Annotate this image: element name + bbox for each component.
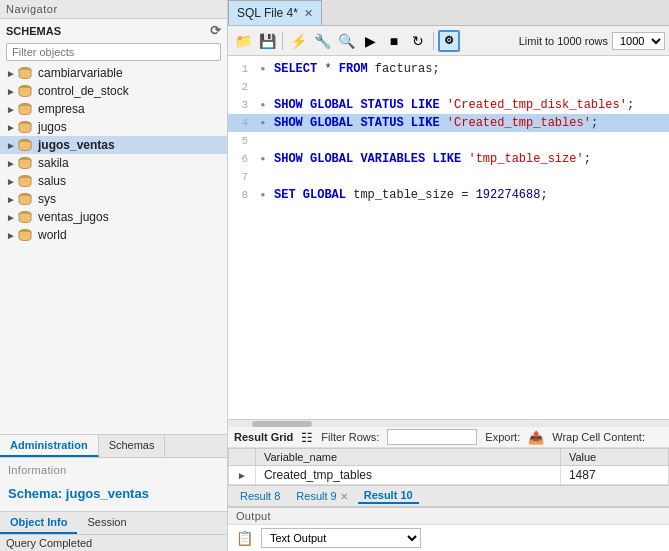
db-icon [18, 157, 34, 169]
save-button[interactable]: 💾 [256, 30, 278, 52]
schema-item-jugos_ventas[interactable]: ► jugos_ventas [0, 136, 227, 154]
editor-line-5[interactable]: 5 [228, 132, 669, 150]
line-number: 1 [228, 60, 256, 78]
line-number: 7 [228, 168, 256, 186]
schema-button[interactable]: ⚙ [438, 30, 460, 52]
schema-item-sys[interactable]: ► sys [0, 190, 227, 208]
tab-session[interactable]: Session [77, 512, 136, 534]
line-dot: ● [256, 60, 270, 78]
schema-item-sakila[interactable]: ► sakila [0, 154, 227, 172]
grid-icon: ☷ [301, 430, 313, 445]
toolbar: 📁 💾 ⚡ 🔧 🔍 ▶ ■ ↻ ⚙ Limit to 1000 rows 100… [228, 26, 669, 56]
cell-variable-name: Created_tmp_tables [255, 466, 560, 485]
output-select[interactable]: Text Output [261, 528, 421, 548]
filter-rows-input[interactable] [387, 429, 477, 445]
sidebar-info: Information Schema: jugos_ventas [0, 458, 227, 511]
schema-name: sakila [38, 156, 69, 170]
table-row[interactable]: ► Created_tmp_tables 1487 [229, 466, 669, 485]
limit-select[interactable]: 1000 500 200 100 [612, 32, 665, 50]
refresh-button[interactable]: ↻ [407, 30, 429, 52]
line-number: 4 [228, 114, 256, 132]
filter-objects-input[interactable] [6, 43, 221, 61]
editor-line-7[interactable]: 7 [228, 168, 669, 186]
result-tab-result-9[interactable]: Result 9✕ [290, 489, 353, 503]
tab-bar: SQL File 4* ✕ [228, 0, 669, 26]
db-icon [18, 139, 34, 151]
editor-line-3[interactable]: 3 ● SHOW GLOBAL STATUS LIKE 'Created_tmp… [228, 96, 669, 114]
search-button[interactable]: 🔍 [335, 30, 357, 52]
sidebar-bottom: Administration Schemas Information Schem… [0, 434, 227, 511]
sidebar-tabs: Administration Schemas [0, 435, 227, 458]
db-icon [18, 85, 34, 97]
output-area: Output 📋 Text Output [228, 507, 669, 551]
editor-line-4[interactable]: 4 ● SHOW GLOBAL STATUS LIKE 'Created_tmp… [228, 114, 669, 132]
sql-editor[interactable]: 1 ● SELECT * FROM facturas; 2 3 ● SHOW G… [228, 56, 669, 419]
tab-schemas[interactable]: Schemas [99, 435, 166, 457]
schema-item-ventas_jugos[interactable]: ► ventas_jugos [0, 208, 227, 226]
sidebar-object-tabs: Object Info Session [0, 511, 227, 534]
editor-line-1[interactable]: 1 ● SELECT * FROM facturas; [228, 60, 669, 78]
line-number: 3 [228, 96, 256, 114]
tab-close[interactable]: ✕ [340, 491, 348, 502]
schema-item-empresa[interactable]: ► empresa [0, 100, 227, 118]
result-tab-result-8[interactable]: Result 8 [234, 489, 286, 503]
wrap-label: Wrap Cell Content: [552, 431, 645, 443]
sql-file-tab[interactable]: SQL File 4* ✕ [228, 0, 322, 25]
lightning-button[interactable]: ⚡ [287, 30, 309, 52]
tab-object-info[interactable]: Object Info [0, 512, 77, 534]
schemas-label: SCHEMAS ⟳ [0, 19, 227, 40]
result-table: Variable_name Value ► Created_tmp_tables… [228, 448, 669, 485]
schema-name: jugos_ventas [38, 138, 115, 152]
col-select [229, 449, 256, 466]
tab-administration[interactable]: Administration [0, 435, 99, 457]
schema-arrow: ► [6, 158, 18, 169]
cell-value: 1487 [560, 466, 668, 485]
db-icon [18, 121, 34, 133]
main-content: SQL File 4* ✕ 📁 💾 ⚡ 🔧 🔍 ▶ ■ ↻ ⚙ Limit to… [228, 0, 669, 551]
line-content: SHOW GLOBAL VARIABLES LIKE 'tmp_table_si… [270, 150, 669, 168]
line-content: SET GLOBAL tmp_table_size = 192274688; [270, 186, 669, 204]
query-status: Query Completed [0, 534, 227, 551]
schema-arrow: ► [6, 194, 18, 205]
line-number: 5 [228, 132, 256, 150]
col-variable-name: Variable_name [255, 449, 560, 466]
result-grid: Variable_name Value ► Created_tmp_tables… [228, 448, 669, 485]
result-tab-result-10[interactable]: Result 10 [358, 488, 419, 504]
h-scrollbar[interactable] [228, 419, 669, 427]
line-dot: ● [256, 96, 270, 114]
info-label: Information [8, 464, 219, 476]
schema-item-world[interactable]: ► world [0, 226, 227, 244]
schema-item-jugos[interactable]: ► jugos [0, 118, 227, 136]
editor-line-6[interactable]: 6 ● SHOW GLOBAL VARIABLES LIKE 'tmp_tabl… [228, 150, 669, 168]
schema-name: sys [38, 192, 56, 206]
schema-arrow: ► [6, 140, 18, 151]
output-row: 📋 Text Output [228, 525, 669, 551]
sql-tab-label: SQL File 4* [237, 6, 298, 20]
sidebar: Navigator SCHEMAS ⟳ ► cambiarvariable ► … [0, 0, 228, 551]
open-folder-button[interactable]: 📁 [232, 30, 254, 52]
export-label: Export: [485, 431, 520, 443]
limit-label: Limit to 1000 rows [519, 35, 608, 47]
schema-name: jugos [38, 120, 67, 134]
export-icon[interactable]: 📤 [528, 430, 544, 445]
schema-arrow: ► [6, 230, 18, 241]
stop-button[interactable]: ■ [383, 30, 405, 52]
editor-line-8[interactable]: 8 ● SET GLOBAL tmp_table_size = 19227468… [228, 186, 669, 204]
db-icon [18, 229, 34, 241]
schema-item-cambiarvariable[interactable]: ► cambiarvariable [0, 64, 227, 82]
col-value: Value [560, 449, 668, 466]
tab-close-icon[interactable]: ✕ [304, 7, 313, 20]
schema-item-control_de_stock[interactable]: ► control_de_stock [0, 82, 227, 100]
line-dot: ● [256, 186, 270, 204]
refresh-icon[interactable]: ⟳ [210, 23, 221, 38]
output-label: Output [228, 508, 669, 525]
output-copy-icon[interactable]: 📋 [236, 530, 253, 546]
schema-arrow: ► [6, 122, 18, 133]
navigator-header: Navigator [0, 0, 227, 19]
line-dot: ● [256, 114, 270, 132]
schema-item-salus[interactable]: ► salus [0, 172, 227, 190]
schema-name: cambiarvariable [38, 66, 123, 80]
play-button[interactable]: ▶ [359, 30, 381, 52]
wand-button[interactable]: 🔧 [311, 30, 333, 52]
editor-line-2[interactable]: 2 [228, 78, 669, 96]
